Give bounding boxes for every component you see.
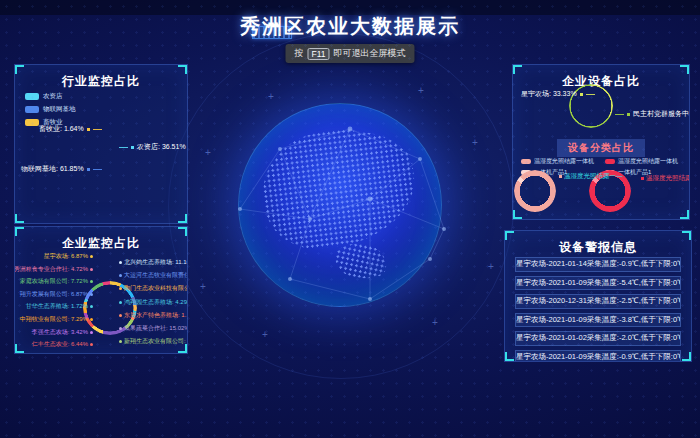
panel-device-alarms: 设备警报信息 星宇农场-2021-01-14采集温度:-0.9℃,低于下限:0℃… — [504, 230, 692, 362]
chart-callout: 红梅园生态农业: 7.3% — [29, 353, 93, 354]
callout-dot — [119, 301, 122, 304]
callout-text: 家庭农场有限公司: 7.72% — [20, 277, 88, 286]
chart-callout: 中翔牧业有限公司: 7.29% — [20, 315, 93, 324]
corner-accent — [505, 352, 514, 361]
callout-dot — [90, 255, 93, 258]
legend-item[interactable]: 温湿度光照结露一体机 — [605, 157, 678, 166]
callout-text: 瓜果蔬菜合作社: 15.02% — [124, 324, 188, 333]
corner-accent — [505, 231, 514, 240]
chart-callout-minzhu: 民主村党群服务中心: — [615, 109, 690, 119]
corner-accent — [178, 227, 187, 236]
legend-item[interactable]: 农资店 — [25, 92, 76, 101]
callout-text: 温湿度光照结露一— — [646, 174, 690, 183]
corner-accent — [15, 344, 24, 353]
callout-text: 星宇农场: 6.87% — [44, 252, 88, 261]
legend-swatch — [25, 106, 39, 113]
callout-dot — [580, 93, 583, 96]
callout-text: 大运河生态牧业有限责任公 — [124, 271, 188, 280]
callout-leader-line — [93, 129, 102, 130]
callout-text: 秀洲粮食专业合作社: 4.72% — [14, 265, 88, 274]
class-left-donut-chart[interactable] — [514, 170, 556, 212]
toast-suffix: 即可退出全屏模式 — [334, 47, 406, 60]
fullscreen-toast: 按 F11 即可退出全屏模式 — [285, 44, 414, 63]
callout-dot — [90, 268, 93, 271]
alarm-list: 星宇农场-2021-01-14采集温度:-0.9℃,低于下限:0℃星宇农场-20… — [515, 257, 681, 362]
panel-industry-monitor: 行业监控占比 农资店 物联网基地 畜牧业 畜牧业: 1.64% 农资店: 36.… — [14, 64, 188, 224]
plus-marker: + — [262, 330, 268, 340]
toast-prefix: 按 — [294, 47, 303, 60]
legend-item[interactable]: 物联网基地 — [25, 105, 76, 114]
plus-marker: + — [205, 148, 211, 158]
callout-leader-line — [586, 94, 595, 95]
chart-callout: 秀洲粮食专业合作社: 4.72% — [14, 265, 93, 274]
chart-callout: 鸿翔园生态养殖场: 4.299 — [119, 298, 188, 307]
callout-text: 甘华生态养殖场: 1.72% — [26, 302, 88, 311]
legend-label: 温湿度光照结露一体机 — [618, 157, 678, 166]
panel-title-enterprise: 企业监控占比 — [15, 235, 187, 252]
chart-callout: 仁丰生态农业: 6.44% — [32, 340, 93, 349]
chart-callout-iot: 物联网基地: 61.85% — [21, 164, 102, 174]
callout-dot — [90, 293, 93, 296]
callout-leader-line — [615, 114, 624, 115]
corner-accent — [513, 210, 522, 219]
chart-callout: 大运河生态牧业有限责任公 — [119, 271, 188, 280]
enterprise-callouts-right: 北兴鸽生态养殖场: 11.16% 大运河生态牧业有限责任公 陶门生态农业科技有限… — [119, 258, 188, 346]
corner-accent — [178, 344, 187, 353]
callout-dot — [87, 128, 90, 131]
corner-accent — [680, 210, 689, 219]
alarm-row: 星宇农场-2021-01-09采集温度:-0.9℃,低于下限:0℃ — [515, 350, 681, 363]
legend-label: 温湿度光照结露一体机 — [534, 157, 594, 166]
chart-callout-agristore: 农资店: 36.51% — [119, 142, 186, 152]
industry-donut-chart[interactable] — [78, 133, 130, 185]
corner-accent — [178, 65, 187, 74]
globe-visual — [238, 103, 442, 307]
legend-label: 物联网基地 — [43, 105, 76, 114]
callout-dot — [131, 146, 134, 149]
chart-callout: 星宇农场: 6.87% — [44, 252, 93, 261]
callout-text: 北兴鸽生态养殖场: 11.16% — [124, 258, 188, 267]
callout-dot — [90, 305, 93, 308]
legend-swatch — [521, 159, 531, 164]
corner-accent — [15, 227, 24, 236]
legend-label: 农资店 — [43, 92, 63, 101]
legend-swatch — [605, 159, 615, 164]
corner-accent — [513, 65, 522, 74]
industry-chart-legend: 农资店 物联网基地 畜牧业 — [25, 92, 76, 127]
chart-callout-livestock: 畜牧业: 1.64% — [39, 124, 102, 134]
alarm-row: 星宇农场-2020-12-31采集温度:-2.5℃,低于下限:0℃ — [515, 294, 681, 309]
legend-item[interactable]: 温湿度光照结露一体机 — [521, 157, 594, 166]
chart-callout: 家庭农场有限公司: 7.72% — [20, 277, 93, 286]
callout-text: 仁丰生态农业: 6.44% — [32, 340, 88, 349]
callout-dot — [119, 314, 122, 317]
callout-dot — [87, 168, 90, 171]
callout-dot — [559, 175, 562, 178]
callout-dot — [90, 343, 93, 346]
legend-swatch — [25, 93, 39, 100]
corner-accent — [682, 352, 691, 361]
class-callout-left: 温湿度光照结露一— — [559, 172, 623, 181]
callout-text: 中翔牧业有限公司: 7.29% — [20, 315, 88, 324]
chart-callout: 李强生态农场: 3.42% — [32, 328, 93, 337]
callout-dot — [627, 113, 630, 116]
callout-text: 红梅园生态农业: 7.3% — [29, 353, 88, 354]
callout-text: 翔升发展有限公司: 6.87% — [20, 290, 88, 299]
callout-text: 东晨水产特色养殖场: 1. — [124, 311, 186, 320]
plus-marker: + — [488, 262, 494, 272]
callout-text: 鸿翔园生态养殖场: 4.299 — [124, 298, 188, 307]
chart-callout: 东晨水产特色养殖场: 1. — [119, 311, 186, 320]
corner-accent — [682, 231, 691, 240]
globe-sphere — [238, 103, 442, 307]
enterprise-callouts-left: 星宇农场: 6.87% 秀洲粮食专业合作社: 4.72% 家庭农场有限公司: 7… — [17, 252, 93, 354]
globe-continent-dots — [256, 121, 421, 255]
plus-marker: + — [268, 92, 274, 102]
callout-leader-line — [119, 147, 128, 148]
corner-accent — [680, 65, 689, 74]
callout-dot — [90, 318, 93, 321]
callout-text: 李强生态农场: 3.42% — [32, 328, 88, 337]
alarm-row: 星宇农场-2021-01-09采集温度:-5.4℃,低于下限:0℃ — [515, 276, 681, 291]
panel-enterprise-monitor: 企业监控占比 星宇农场: 6.87% 秀洲粮食专业合作社: 4.72% 家庭农场… — [14, 226, 188, 354]
callout-leader-line — [93, 169, 102, 170]
callout-text: 陶门生态农业科技有限公 — [124, 284, 188, 293]
panel-title-alarms: 设备警报信息 — [505, 239, 691, 256]
callout-text: 农资店: 36.51% — [137, 142, 186, 152]
